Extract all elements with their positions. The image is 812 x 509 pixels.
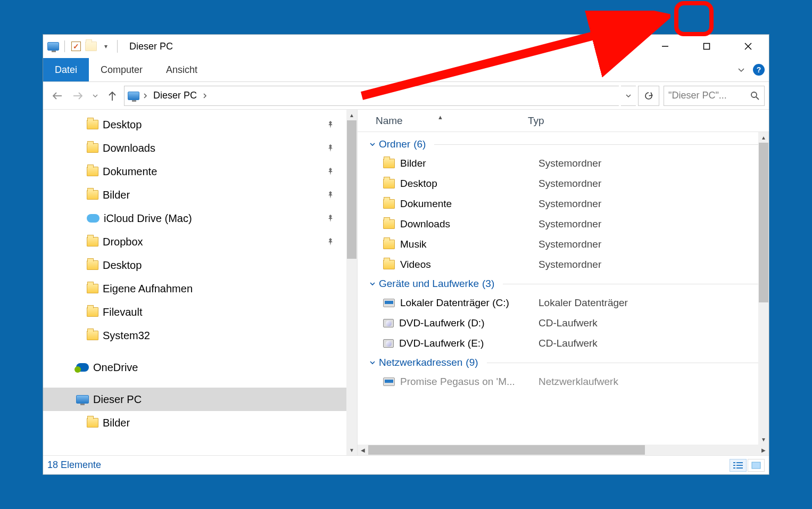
nav-item[interactable]: Dieser PC xyxy=(43,388,357,411)
tab-view[interactable]: Ansicht xyxy=(154,58,209,81)
scroll-right-icon[interactable]: ▶ xyxy=(758,445,769,455)
sort-indicator-icon: ▲ xyxy=(437,114,443,120)
history-dropdown[interactable] xyxy=(90,86,101,105)
scroll-up-icon[interactable]: ▲ xyxy=(758,132,769,143)
dvd-icon xyxy=(383,339,394,348)
drive-icon xyxy=(383,299,395,307)
nav-item[interactable]: Dokumente xyxy=(43,160,357,183)
tab-file[interactable]: Datei xyxy=(43,58,89,81)
column-type[interactable]: Typ xyxy=(523,115,544,127)
group-header[interactable]: Geräte und Laufwerke(3) xyxy=(358,275,769,293)
folder-icon xyxy=(87,307,98,317)
ribbon-collapse-icon[interactable] xyxy=(737,65,745,74)
onedrive-icon xyxy=(76,363,89,372)
nav-item[interactable]: Downloads xyxy=(43,136,357,160)
chevron-right-icon[interactable] xyxy=(201,92,209,100)
close-icon xyxy=(744,42,752,51)
address-dropdown[interactable] xyxy=(621,86,636,106)
help-icon[interactable]: ? xyxy=(753,64,765,76)
group-divider xyxy=(434,144,764,145)
maximize-button[interactable] xyxy=(686,35,727,58)
scroll-up-icon[interactable]: ▲ xyxy=(346,110,357,120)
arrow-right-icon xyxy=(72,90,84,102)
scrollbar-thumb[interactable] xyxy=(759,143,768,302)
item-type: CD-Laufwerk xyxy=(538,317,598,329)
details-view-icon xyxy=(733,462,743,469)
ribbon: Datei Computer Ansicht ? xyxy=(43,58,769,82)
nav-item[interactable]: Filevault xyxy=(43,300,357,324)
list-pane: Name ▲ Typ Ordner(6)BilderSystemordnerDe… xyxy=(357,110,769,455)
item-name: Desktop xyxy=(400,178,437,190)
scrollbar-thumb[interactable] xyxy=(368,445,645,455)
list-item[interactable]: DokumenteSystemordner xyxy=(358,194,769,214)
item-type: Systemordner xyxy=(538,158,601,169)
list-item[interactable]: VideosSystemordner xyxy=(358,254,769,275)
group-count: (9) xyxy=(466,357,478,368)
search-box[interactable]: "Dieser PC"... xyxy=(664,86,765,106)
status-bar: 18 Elemente xyxy=(43,455,769,474)
list-item[interactable]: BilderSystemordner xyxy=(358,153,769,174)
list-item[interactable]: DVD-Laufwerk (E:)CD-Laufwerk xyxy=(358,333,769,354)
nav-item-label: Desktop xyxy=(103,259,142,272)
list-item[interactable]: DVD-Laufwerk (D:)CD-Laufwerk xyxy=(358,313,769,333)
nav-item-label: Dropbox xyxy=(103,236,143,248)
nav-item[interactable]: Desktop xyxy=(43,253,357,277)
nav-item[interactable]: iCloud Drive (Mac) xyxy=(43,207,357,230)
up-button[interactable] xyxy=(103,86,122,105)
column-name[interactable]: Name ▲ xyxy=(358,115,523,127)
item-type: Systemordner xyxy=(538,198,601,210)
qa-dropdown-icon[interactable]: ▾ xyxy=(100,40,112,52)
list-item[interactable]: MusikSystemordner xyxy=(358,234,769,254)
vertical-scrollbar[interactable]: ▲ ▼ xyxy=(346,110,357,455)
vertical-scrollbar[interactable]: ▲ ▼ xyxy=(758,132,769,445)
minimize-button[interactable] xyxy=(644,35,686,58)
nav-item[interactable]: Eigene Aufnahmen xyxy=(43,277,357,300)
folder-icon xyxy=(87,237,98,247)
item-type: CD-Laufwerk xyxy=(538,338,598,349)
chevron-right-icon[interactable] xyxy=(142,92,149,100)
window-controls xyxy=(644,35,769,58)
scroll-down-icon[interactable]: ▼ xyxy=(758,434,769,445)
nav-item-label: Dieser PC xyxy=(93,393,142,406)
refresh-button[interactable] xyxy=(638,86,659,106)
nav-item-label: System32 xyxy=(103,330,150,342)
breadcrumb-segment[interactable]: Dieser PC xyxy=(151,86,199,105)
large-icons-view-button[interactable] xyxy=(748,459,765,472)
scroll-left-icon[interactable]: ◀ xyxy=(358,445,368,455)
details-view-button[interactable] xyxy=(730,459,747,472)
address-bar[interactable]: Dieser PC xyxy=(124,86,619,106)
scrollbar-thumb[interactable] xyxy=(347,120,357,259)
horizontal-scrollbar[interactable]: ◀ ▶ xyxy=(358,445,769,455)
nav-item-label: Bilder xyxy=(103,189,130,201)
scroll-down-icon[interactable]: ▼ xyxy=(346,445,357,455)
separator xyxy=(117,40,118,53)
nav-item-label: Bilder xyxy=(103,417,130,429)
close-button[interactable] xyxy=(727,35,769,58)
group-header[interactable]: Netzwerkadressen(9) xyxy=(358,354,769,372)
nav-item[interactable]: Desktop xyxy=(43,113,357,136)
nav-item[interactable]: Dropbox xyxy=(43,230,357,253)
list-item[interactable]: DownloadsSystemordner xyxy=(358,214,769,234)
list-item[interactable]: Lokaler Datenträger (C:)Lokaler Datenträ… xyxy=(358,293,769,313)
pin-icon xyxy=(326,144,335,152)
nav-item[interactable]: System32 xyxy=(43,324,357,347)
dvd-icon xyxy=(383,319,394,327)
forward-button[interactable] xyxy=(69,86,88,105)
list-item[interactable]: DesktopSystemordner xyxy=(358,174,769,194)
back-button[interactable] xyxy=(47,86,67,105)
properties-icon[interactable]: ✓ xyxy=(70,40,82,52)
new-folder-icon[interactable] xyxy=(85,40,97,52)
nav-item[interactable]: Bilder xyxy=(43,183,357,207)
nav-item[interactable]: OneDrive xyxy=(43,356,357,379)
list-body: Ordner(6)BilderSystemordnerDesktopSystem… xyxy=(358,132,769,445)
tab-computer[interactable]: Computer xyxy=(89,58,154,81)
group-count: (3) xyxy=(482,278,494,290)
folder-icon xyxy=(383,179,395,188)
folder-icon xyxy=(87,418,98,428)
group-header[interactable]: Ordner(6) xyxy=(358,135,769,153)
item-type: Lokaler Datenträger xyxy=(538,297,628,309)
nav-item[interactable]: Bilder xyxy=(43,411,357,434)
pin-icon xyxy=(326,237,335,246)
list-item[interactable]: Promise Pegasus on 'M...Netzwerklaufwerk xyxy=(358,372,769,392)
titlebar-left: ✓ ▾ Dieser PC xyxy=(47,40,173,53)
